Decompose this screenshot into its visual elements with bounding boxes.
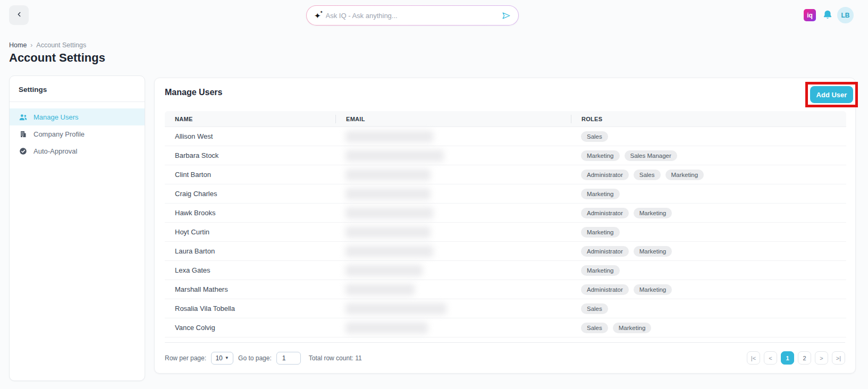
user-email-cell (335, 226, 571, 238)
user-roles-cell: AdministratorMarketing (571, 246, 846, 257)
users-icon (19, 113, 28, 122)
user-roles-cell: Sales (571, 131, 846, 142)
user-email-cell (335, 265, 571, 276)
last-page-button[interactable]: >| (832, 351, 845, 365)
user-name: Lexa Gates (165, 266, 335, 274)
table-row[interactable]: Hawk BrooksAdministratorMarketing (165, 204, 846, 223)
role-badge: Sales (581, 303, 608, 314)
go-to-page-input[interactable] (276, 352, 301, 365)
role-badge: Marketing (581, 265, 620, 276)
user-roles-cell: SalesMarketing (571, 323, 846, 333)
role-badge: Administrator (581, 208, 629, 218)
next-page-button[interactable]: > (815, 351, 828, 365)
user-name: Vance Colvig (165, 324, 335, 332)
user-name: Rosalia Vila Tobella (165, 305, 335, 312)
role-badge: Marketing (581, 227, 620, 238)
page-button-1[interactable]: 1 (781, 351, 794, 365)
user-roles-cell: AdministratorMarketing (571, 284, 846, 295)
user-name: Laura Barton (165, 247, 335, 255)
role-badge: Marketing (581, 150, 620, 161)
user-name: Barbara Stock (165, 151, 335, 159)
user-name: Hoyt Curtin (165, 228, 335, 236)
user-roles-cell: Sales (571, 303, 846, 314)
table-row[interactable]: Vance ColvigSalesMarketing (165, 318, 846, 337)
user-email-cell (335, 207, 571, 219)
go-to-page-label: Go to page: (238, 354, 272, 362)
user-roles-cell: MarketingSales Manager (571, 150, 846, 161)
page-button-2[interactable]: 2 (798, 351, 811, 365)
table-row[interactable]: Rosalia Vila TobellaSales (165, 299, 846, 318)
table-footer: Row per page: 10 ▼ Go to page: Total row… (165, 342, 845, 373)
sidebar-title: Settings (10, 76, 145, 102)
user-name: Clint Barton (165, 171, 335, 179)
chevron-down-icon: ▼ (225, 356, 229, 360)
notification-bell-icon[interactable] (822, 9, 833, 21)
table-row[interactable]: Laura BartonAdministratorMarketing (165, 242, 846, 261)
user-email-cell (335, 150, 571, 162)
page-title: Account Settings (9, 51, 105, 65)
table-body: Allison WestSalesBarbara StockMarketingS… (165, 127, 846, 337)
rows-per-page-select[interactable]: 10 ▼ (211, 352, 233, 365)
table-row[interactable]: Lexa GatesMarketing (165, 261, 846, 280)
redacted-email (345, 322, 428, 334)
breadcrumb-home-link[interactable]: Home (9, 41, 27, 49)
manage-users-panel: Manage Users Add User NAME EMAIL ROLES A… (154, 78, 856, 374)
user-name: Hawk Brooks (165, 209, 335, 217)
page-number-buttons: 12 (781, 351, 811, 365)
top-bar: ✦✦ iq LB (0, 0, 868, 30)
user-roles-cell: Marketing (571, 189, 846, 199)
table-row[interactable]: Hoyt CurtinMarketing (165, 223, 846, 242)
role-badge: Marketing (634, 208, 672, 218)
sidebar-item-label: Manage Users (33, 113, 79, 121)
redacted-email (345, 246, 433, 257)
table-row[interactable]: Marshall MathersAdministratorMarketing (165, 280, 846, 299)
user-name: Marshall Mathers (165, 285, 335, 293)
search-input[interactable] (326, 12, 497, 20)
iq-logo[interactable]: iq (804, 9, 816, 21)
user-email-cell (335, 246, 571, 257)
table-row[interactable]: Barbara StockMarketingSales Manager (165, 146, 846, 165)
role-badge: Sales (581, 323, 608, 333)
role-badge: Marketing (634, 284, 672, 295)
redacted-email (345, 131, 433, 142)
chevron-left-icon (15, 11, 23, 20)
ask-iq-search[interactable]: ✦✦ (306, 5, 519, 26)
redacted-email (345, 169, 431, 181)
previous-page-button[interactable]: < (764, 351, 777, 365)
table-row[interactable]: Allison WestSales (165, 127, 846, 146)
user-roles-cell: Marketing (571, 265, 846, 276)
user-email-cell (335, 169, 571, 181)
sidebar-item-label: Auto-Approval (33, 147, 77, 155)
send-icon[interactable] (502, 11, 511, 20)
table-row[interactable]: Clint BartonAdministratorSalesMarketing (165, 165, 846, 184)
breadcrumb: Home › Account Settings (9, 41, 86, 49)
back-button[interactable] (9, 5, 29, 25)
first-page-button[interactable]: |< (747, 351, 760, 365)
sidebar-list: Manage UsersCompany ProfileAuto-Approval (10, 102, 145, 166)
table-row[interactable]: Craig CharlesMarketing (165, 184, 846, 204)
add-user-button[interactable]: Add User (810, 86, 853, 103)
user-avatar[interactable]: LB (837, 7, 854, 23)
redacted-email (345, 284, 415, 295)
user-roles-cell: Marketing (571, 227, 846, 238)
user-email-cell (335, 131, 571, 142)
role-badge: Sales Manager (625, 150, 677, 161)
role-badge: Marketing (581, 189, 620, 199)
redacted-email (345, 303, 446, 315)
sidebar-item-manage-users[interactable]: Manage Users (10, 108, 145, 125)
check-circle-icon (19, 147, 28, 156)
redacted-email (345, 226, 431, 238)
redacted-email (345, 188, 431, 200)
sidebar-item-label: Company Profile (33, 130, 85, 138)
sidebar-item-company-profile[interactable]: Company Profile (10, 125, 145, 142)
role-badge: Sales (581, 131, 608, 142)
redacted-email (345, 265, 423, 276)
user-email-cell (335, 188, 571, 200)
role-badge: Administrator (581, 246, 629, 257)
user-email-cell (335, 284, 571, 295)
sidebar-item-auto-approval[interactable]: Auto-Approval (10, 142, 145, 159)
pagination: |< < 12 > >| (747, 351, 845, 365)
table-header-row: NAME EMAIL ROLES (165, 111, 846, 127)
user-roles-cell: AdministratorSalesMarketing (571, 170, 846, 180)
role-badge: Marketing (613, 323, 652, 333)
